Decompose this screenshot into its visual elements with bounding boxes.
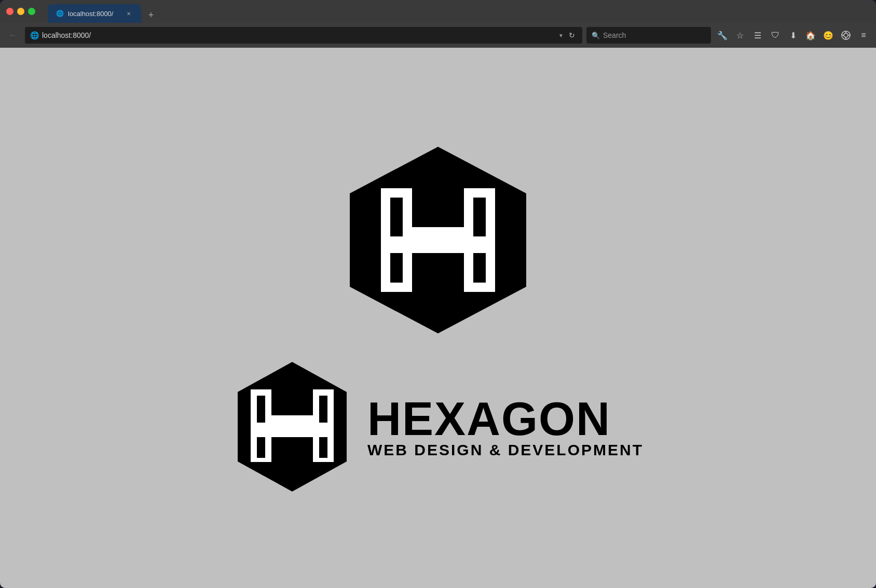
page-content: HEXAGON WEB DESIGN & DEVELOPMENT [0,48,876,588]
company-subtitle: WEB DESIGN & DEVELOPMENT [367,442,644,458]
svg-rect-12 [473,198,486,236]
toolbar-icons: 🔧 ☆ ☰ 🛡 ⬇ 🏠 😊 ≡ [715,28,871,43]
svg-point-1 [844,33,848,37]
company-title: HEXAGON [367,396,644,442]
download-icon[interactable]: ⬇ [786,28,800,43]
svg-rect-10 [390,198,403,236]
reader-icon[interactable]: ☰ [750,28,765,43]
search-bar[interactable]: 🔍 Search [586,27,711,44]
logo-bottom: HEXAGON WEB DESIGN & DEVELOPMENT [232,359,644,494]
svg-rect-13 [473,253,486,283]
traffic-lights [6,8,35,15]
large-hexagon-logo [339,142,537,339]
pocket-icon[interactable]: 🛡 [768,28,783,43]
svg-rect-20 [319,396,327,423]
home-icon[interactable]: 🏠 [803,28,818,43]
search-placeholder-text: Search [603,31,626,39]
maximize-button[interactable] [28,8,35,15]
url-text: localhost:8000/ [42,31,555,39]
minimize-button[interactable] [17,8,24,15]
close-button[interactable] [6,8,13,15]
address-bar[interactable]: 🌐 localhost:8000/ ▼ ↻ [25,27,582,44]
wrench-icon[interactable]: 🔧 [715,28,730,43]
globe-icon: 🌐 [30,31,39,39]
dropdown-arrow-icon[interactable]: ▼ [558,33,564,38]
tab-close-button[interactable]: ✕ [125,9,133,18]
browser-window: 🌐 localhost:8000/ ✕ + ← 🌐 localhost:8000… [0,0,876,588]
tab-bar: 🌐 localhost:8000/ ✕ + [48,0,159,23]
bookmark-icon[interactable]: ☆ [733,28,747,43]
new-tab-button[interactable]: + [143,7,159,23]
reload-button[interactable]: ↻ [567,29,577,41]
extension-icon[interactable] [839,28,853,43]
back-button[interactable]: ← [5,27,21,43]
active-tab[interactable]: 🌐 localhost:8000/ ✕ [48,4,141,23]
emoji-icon[interactable]: 😊 [821,28,836,43]
logo-top [339,142,537,339]
small-hexagon-logo [232,359,352,494]
svg-rect-18 [257,396,265,423]
svg-rect-19 [257,437,265,458]
menu-button[interactable]: ≡ [856,28,871,43]
svg-rect-21 [319,437,327,458]
title-bar: 🌐 localhost:8000/ ✕ + [0,0,876,23]
tab-title: localhost:8000/ [68,10,113,18]
nav-bar: ← 🌐 localhost:8000/ ▼ ↻ 🔍 Search 🔧 ☆ ☰ 🛡… [0,23,876,48]
company-name-block: HEXAGON WEB DESIGN & DEVELOPMENT [367,396,644,458]
svg-rect-11 [390,253,403,283]
search-icon: 🔍 [592,32,600,39]
